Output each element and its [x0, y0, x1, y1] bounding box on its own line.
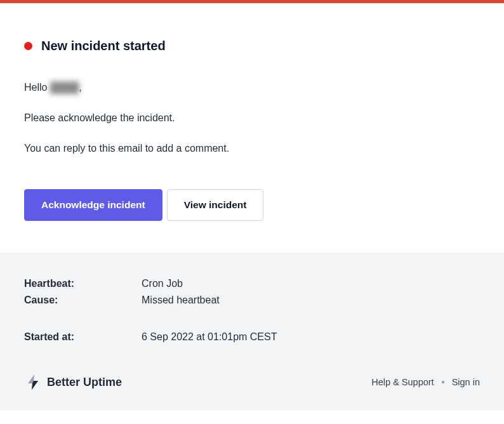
cause-label: Cause:: [24, 295, 142, 306]
footer-row: Better Uptime Help & Support Sign in: [24, 373, 480, 391]
heartbeat-value: Cron Job: [142, 278, 480, 289]
status-dot-icon: [24, 42, 32, 50]
details-grid: Heartbeat: Cron Job Cause: Missed heartb…: [24, 278, 480, 343]
action-buttons: Acknowledge incident View incident: [24, 189, 480, 221]
body-line-reply: You can reply to this email to add a com…: [24, 141, 480, 156]
details-spacer: [24, 311, 480, 326]
sign-in-link[interactable]: Sign in: [452, 377, 480, 387]
footer-links: Help & Support Sign in: [371, 377, 480, 387]
started-at-value: 6 Sep 2022 at 01:01pm CEST: [142, 331, 480, 343]
incident-details-section: Heartbeat: Cron Job Cause: Missed heartb…: [0, 253, 504, 410]
brand-name: Better Uptime: [47, 376, 122, 389]
greeting-line: Hello ████,: [24, 80, 480, 95]
incident-header: New incident started: [24, 39, 480, 53]
heartbeat-label: Heartbeat:: [24, 278, 142, 289]
view-incident-button[interactable]: View incident: [167, 189, 264, 221]
page-title: New incident started: [41, 39, 166, 53]
brand-logo-icon: [24, 373, 42, 391]
greeting-suffix: ,: [79, 82, 81, 93]
main-content: New incident started Hello ████, Please …: [0, 3, 504, 253]
cause-value: Missed heartbeat: [142, 295, 480, 306]
brand: Better Uptime: [24, 373, 122, 391]
help-support-link[interactable]: Help & Support: [371, 377, 434, 387]
acknowledge-incident-button[interactable]: Acknowledge incident: [24, 189, 162, 221]
greeting-prefix: Hello: [24, 82, 50, 93]
body-line-acknowledge: Please acknowledge the incident.: [24, 110, 480, 126]
greeting-name-redacted: ████: [50, 80, 79, 95]
footer-separator-icon: [442, 381, 444, 383]
started-at-label: Started at:: [24, 331, 142, 343]
